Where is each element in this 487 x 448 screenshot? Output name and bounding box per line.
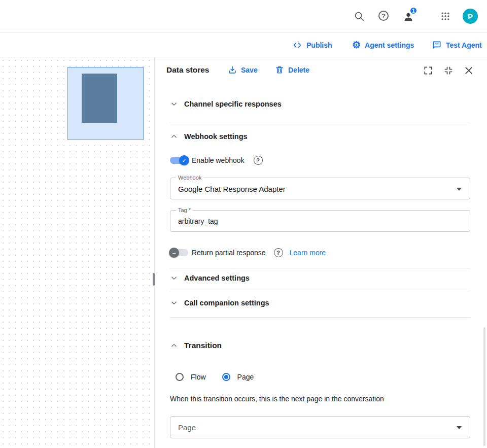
notification-badge: 1 (409, 7, 418, 15)
close-icon[interactable] (464, 65, 474, 76)
flow-node[interactable] (67, 67, 144, 140)
test-agent-label: Test Agent (446, 41, 482, 49)
chevron-up-icon (170, 342, 178, 349)
page-select[interactable]: Page (170, 416, 470, 438)
delete-button[interactable]: Delete (274, 64, 309, 76)
section-webhook-settings[interactable]: Webhook settings (170, 132, 248, 141)
webhook-field-value: Google Chat Response Adapter (178, 184, 286, 193)
chevron-down-icon (170, 274, 178, 282)
app-window: ? 1 P M Publish ⚙ Agent settings (0, 0, 487, 448)
save-icon (227, 65, 237, 75)
help-outline-icon[interactable]: ? (274, 248, 283, 257)
notifications-icon[interactable]: 1 (403, 11, 414, 22)
partial-response-row: – Return partial response ? Learn more (170, 247, 326, 259)
user-avatar-letter: P (463, 9, 478, 24)
section-title: Advanced settings (184, 274, 250, 282)
toggle-dash-icon: – (169, 248, 179, 258)
delete-label: Delete (288, 66, 309, 74)
dropdown-arrow-icon (457, 188, 462, 191)
transition-description: When this transition occurs, this is the… (170, 395, 384, 403)
search-icon[interactable] (354, 11, 365, 22)
section-title: Webhook settings (184, 132, 248, 141)
help-glyph: ? (378, 11, 389, 21)
section-advanced-settings[interactable]: Advanced settings (170, 274, 250, 282)
page-radio-label: Page (237, 373, 254, 381)
enable-webhook-label: Enable webhook (192, 156, 245, 164)
toggle-check-icon: ✓ (179, 155, 189, 165)
chevron-up-icon (170, 133, 178, 140)
partial-response-label: Return partial response (192, 249, 266, 257)
section-title: Transition (184, 341, 222, 350)
learn-more-link[interactable]: Learn more (290, 249, 326, 257)
chat-icon (432, 40, 442, 50)
fullscreen-exit-icon[interactable] (443, 65, 454, 76)
webhook-select[interactable]: Webhook Google Chat Response Adapter (170, 178, 470, 199)
agent-toolbar: M Publish ⚙ Agent settings Test Agent (0, 32, 487, 57)
divider (170, 122, 470, 122)
chevron-down-icon (170, 299, 178, 306)
agent-settings-label: Agent settings (365, 41, 414, 49)
section-call-companion[interactable]: Call companion settings (170, 299, 269, 307)
page-radio[interactable] (222, 373, 230, 381)
divider (170, 317, 470, 318)
chevron-down-icon (170, 100, 178, 108)
code-icon (292, 40, 302, 50)
gear-icon: ⚙ (352, 40, 361, 50)
section-title: Channel specific responses (184, 100, 282, 108)
flow-radio-label: Flow (191, 373, 206, 381)
webhook-field-label: Webhook (176, 175, 203, 181)
section-transition[interactable]: Transition (170, 341, 222, 350)
tag-field-label: Tag * (176, 207, 193, 213)
enable-webhook-row: ✓ Enable webhook ? (170, 154, 263, 166)
divider (170, 292, 470, 292)
save-button[interactable]: Save (227, 64, 258, 76)
panel-scrollbar[interactable] (483, 327, 485, 446)
dropdown-arrow-icon (457, 426, 462, 429)
agent-settings-button[interactable]: ⚙ Agent settings (352, 32, 414, 57)
trash-icon (274, 65, 285, 75)
help-outline-icon[interactable]: ? (254, 156, 263, 165)
section-channel-responses[interactable]: Channel specific responses (170, 100, 282, 108)
tag-field-value: arbitrary_tag (178, 217, 218, 225)
canvas-scrollbar[interactable] (153, 273, 155, 286)
user-avatar[interactable]: P (463, 9, 478, 24)
page-select-value: Page (178, 423, 196, 432)
publish-button[interactable]: Publish (292, 32, 332, 57)
help-icon[interactable]: ? (378, 11, 389, 21)
flow-node-preview (82, 74, 117, 123)
test-agent-button[interactable]: Test Agent (432, 32, 482, 57)
apps-grid-icon[interactable] (440, 11, 450, 21)
section-title: Call companion settings (184, 299, 269, 307)
flow-radio[interactable] (176, 373, 184, 381)
tag-input[interactable]: Tag * arbitrary_tag (170, 210, 470, 232)
topbar: ? 1 P (0, 0, 487, 32)
publish-label: Publish (306, 41, 332, 49)
transition-target-radios: Flow Page (176, 371, 254, 383)
divider (170, 268, 470, 268)
partial-response-toggle[interactable]: – (170, 249, 188, 256)
save-label: Save (241, 66, 258, 74)
panel-title: Data stores (166, 65, 209, 75)
enable-webhook-toggle[interactable]: ✓ (170, 157, 188, 164)
fullscreen-icon[interactable] (423, 65, 433, 76)
flow-canvas[interactable] (0, 57, 155, 448)
